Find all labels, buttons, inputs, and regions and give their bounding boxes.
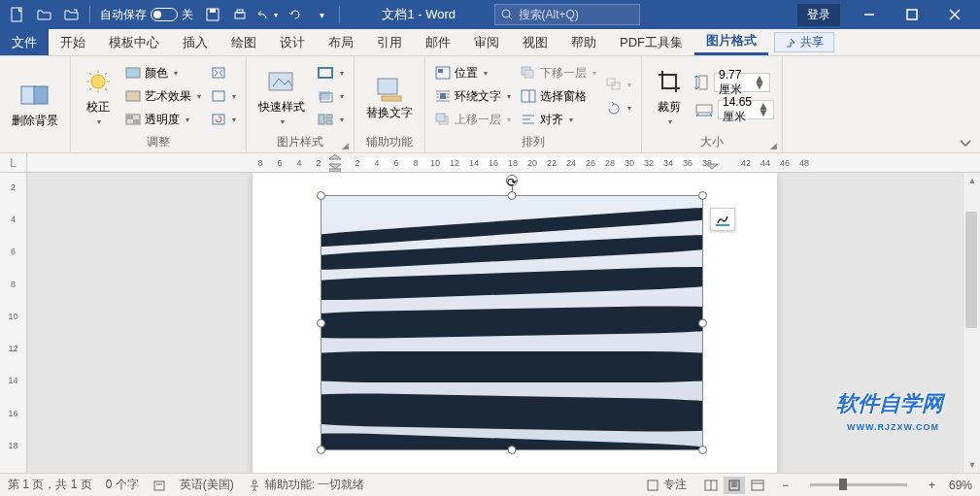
transparency-button[interactable]: 透明度▾: [123, 109, 203, 130]
svg-rect-8: [907, 10, 917, 19]
login-button[interactable]: 登录: [797, 4, 840, 26]
collapse-ribbon-button[interactable]: [959, 139, 972, 149]
artistic-button[interactable]: 艺术效果▾: [123, 85, 203, 107]
maximize-button[interactable]: [891, 1, 933, 28]
pic-layout-button[interactable]: ▾: [315, 109, 346, 130]
resize-handle-nw[interactable]: [317, 191, 325, 200]
tab-insert[interactable]: 插入: [171, 29, 220, 55]
ruler-vertical[interactable]: 24681012141618: [0, 173, 27, 473]
layout-options-button[interactable]: [710, 208, 735, 231]
group-button[interactable]: ▾: [604, 74, 633, 95]
position-button[interactable]: 位置▾: [433, 62, 513, 83]
image-content: [321, 196, 702, 449]
print-layout-button[interactable]: [724, 477, 745, 494]
tab-template[interactable]: 模板中心: [97, 29, 171, 55]
tab-ref[interactable]: 引用: [365, 29, 414, 55]
svg-point-13: [91, 75, 105, 88]
color-button[interactable]: 颜色▾: [123, 62, 203, 83]
rotate-button[interactable]: ▾: [604, 97, 633, 118]
dialog-launcher-icon[interactable]: ◢: [340, 141, 350, 150]
qat-customize-icon[interactable]: ▾: [310, 3, 333, 26]
send-back-button[interactable]: 下移一层▾: [519, 62, 598, 83]
tab-pdf[interactable]: PDF工具集: [608, 29, 694, 55]
read-mode-button[interactable]: [700, 477, 722, 494]
share-button[interactable]: 共享: [774, 32, 834, 52]
resize-handle-e[interactable]: [698, 318, 707, 327]
zoom-in-button[interactable]: +: [929, 479, 935, 492]
svg-rect-63: [329, 169, 341, 172]
height-input[interactable]: 9.77 厘米▲▼: [714, 73, 770, 92]
svg-rect-51: [524, 70, 533, 78]
indent-marker-icon[interactable]: [329, 154, 341, 172]
redo-icon[interactable]: [283, 3, 306, 26]
reset-pic-button[interactable]: ▾: [209, 109, 238, 130]
resize-handle-s[interactable]: [508, 446, 517, 454]
tab-file[interactable]: 文件: [0, 29, 49, 55]
save-icon[interactable]: [201, 3, 224, 26]
close-button[interactable]: [933, 1, 976, 28]
focus-button[interactable]: 专注: [646, 477, 687, 493]
resize-handle-ne[interactable]: [698, 191, 707, 200]
tab-picture-format[interactable]: 图片格式: [694, 29, 768, 55]
selected-image[interactable]: ⟳: [321, 195, 703, 450]
pic-border-button[interactable]: ▾: [315, 62, 346, 83]
scroll-up-icon[interactable]: ▲: [963, 173, 980, 188]
alt-text-button[interactable]: 替换文字: [362, 72, 417, 121]
compress-button[interactable]: [209, 62, 238, 83]
spellcheck-button[interactable]: [152, 479, 166, 492]
search-input[interactable]: 搜索(Alt+Q): [494, 4, 640, 25]
svg-rect-36: [326, 120, 332, 124]
scroll-down-icon[interactable]: ▼: [963, 457, 980, 473]
print-icon[interactable]: [228, 3, 252, 26]
tab-home[interactable]: 开始: [49, 29, 97, 55]
language-button[interactable]: 英语(美国): [180, 477, 234, 493]
undo-icon[interactable]: ▾: [255, 3, 279, 26]
ruler-horizontal[interactable]: 8642246810121416182022242628303234363842…: [27, 153, 980, 172]
tab-help[interactable]: 帮助: [559, 29, 608, 55]
accessibility-status[interactable]: 辅助功能: 一切就绪: [248, 477, 365, 493]
svg-rect-3: [235, 13, 245, 18]
minimize-button[interactable]: [848, 1, 891, 28]
zoom-level[interactable]: 69%: [949, 479, 972, 492]
resize-handle-w[interactable]: [317, 318, 325, 327]
align-button[interactable]: 对齐▾: [519, 109, 598, 130]
tab-view[interactable]: 视图: [511, 29, 559, 55]
zoom-out-button[interactable]: −: [782, 479, 789, 492]
crop-button[interactable]: 裁剪▾: [650, 64, 689, 128]
vertical-scrollbar[interactable]: ▲ ▼: [963, 173, 980, 473]
dialog-launcher-icon[interactable]: ◢: [768, 141, 778, 150]
resize-handle-n[interactable]: [508, 191, 517, 200]
wrap-button[interactable]: 环绕文字▾: [433, 85, 513, 107]
page-count[interactable]: 第 1 页，共 1 页: [8, 477, 92, 493]
open-icon[interactable]: [33, 3, 56, 26]
zoom-slider[interactable]: [810, 483, 907, 486]
rotate-handle[interactable]: ⟳: [506, 175, 518, 186]
group-adjust: 校正▾ 颜色▾ 艺术效果▾ 透明度▾ ▾ ▾ 调整: [71, 56, 247, 152]
pic-effects-button[interactable]: ▾: [315, 85, 346, 107]
web-layout-button[interactable]: [747, 477, 768, 494]
resize-handle-sw[interactable]: [317, 446, 325, 454]
export-icon[interactable]: [60, 3, 84, 26]
quick-styles-button[interactable]: 快速样式▾: [254, 64, 309, 128]
autosave-toggle[interactable]: 自动保存 关: [100, 7, 193, 23]
tab-design[interactable]: 设计: [268, 29, 317, 55]
bring-fwd-button[interactable]: 上移一层▾: [433, 109, 513, 130]
tab-layout[interactable]: 布局: [317, 29, 365, 55]
selection-pane-button[interactable]: 选择窗格: [519, 85, 598, 107]
width-input[interactable]: 14.65 厘米▲▼: [718, 100, 774, 119]
change-pic-button[interactable]: ▾: [209, 85, 238, 107]
new-doc-icon[interactable]: [6, 3, 29, 26]
right-indent-icon[interactable]: [706, 162, 718, 170]
zoom-thumb[interactable]: [839, 479, 847, 490]
document-canvas[interactable]: ⟳ 软件自学网 WWW.RJZXW.COM: [27, 173, 963, 473]
tab-mail[interactable]: 邮件: [414, 29, 462, 55]
corrections-button[interactable]: 校正▾: [79, 64, 118, 128]
resize-handle-se[interactable]: [698, 446, 707, 454]
svg-line-20: [105, 73, 107, 75]
tab-draw[interactable]: 绘图: [220, 29, 268, 55]
tab-review[interactable]: 审阅: [462, 29, 511, 55]
scroll-thumb[interactable]: [965, 212, 977, 328]
svg-line-18: [89, 73, 91, 75]
word-count[interactable]: 0 个字: [106, 477, 139, 493]
remove-bg-button[interactable]: 删除背景: [8, 78, 62, 131]
